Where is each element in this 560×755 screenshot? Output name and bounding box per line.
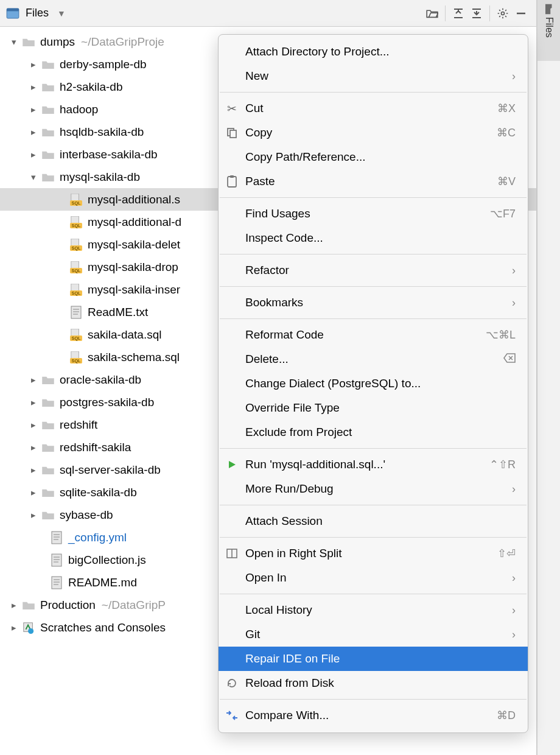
svg-rect-46 <box>230 175 234 178</box>
mi-compare-with[interactable]: Compare With...⌘D <box>219 703 528 728</box>
chevron-right-icon[interactable]: ▸ <box>28 374 39 385</box>
gear-icon[interactable] <box>494 4 512 23</box>
mi-local-history[interactable]: Local History› <box>219 598 528 622</box>
shortcut: ⌘V <box>497 175 516 188</box>
chevron-right-icon[interactable]: ▸ <box>28 59 39 70</box>
mi-git[interactable]: Git› <box>219 622 528 647</box>
label: Delete... <box>245 353 503 366</box>
label: Production <box>40 599 96 612</box>
mi-new[interactable]: New› <box>219 64 528 88</box>
chevron-right-icon[interactable]: ▸ <box>28 127 39 138</box>
right-side-panel: Files <box>537 0 560 755</box>
chevron-right-icon[interactable]: ▸ <box>28 104 39 115</box>
submenu-icon: › <box>512 604 516 617</box>
label: redshift <box>60 418 97 432</box>
label: Override File Type <box>245 401 516 415</box>
chevron-down-icon[interactable]: ▾ <box>9 37 19 47</box>
label: Paste <box>245 175 497 188</box>
shortcut: ⇧⏎ <box>497 547 516 560</box>
path-hint: ~/DataGripProje <box>81 35 164 49</box>
mi-copy[interactable]: Copy⌘C <box>219 121 528 145</box>
chevron-right-icon[interactable]: ▸ <box>28 465 39 476</box>
label: Copy Path/Reference... <box>245 150 516 164</box>
scratch-icon <box>21 622 37 634</box>
chevron-right-icon[interactable]: ▸ <box>28 397 39 408</box>
folder-icon <box>40 443 56 452</box>
minimize-icon[interactable] <box>512 4 530 23</box>
mi-copy-path[interactable]: Copy Path/Reference... <box>219 145 528 169</box>
mi-refactor[interactable]: Refactor› <box>219 258 528 283</box>
folder-icon <box>40 420 56 430</box>
label: mysql-additional.s <box>88 193 180 206</box>
chevron-right-icon[interactable]: ▸ <box>28 510 39 521</box>
separator <box>220 699 527 700</box>
folder-icon <box>40 150 56 160</box>
svg-rect-29 <box>52 532 61 544</box>
mi-reload-disk[interactable]: Reload from Disk <box>219 671 528 695</box>
mi-exclude[interactable]: Exclude from Project <box>219 420 528 444</box>
label: Repair IDE on File <box>245 652 516 665</box>
svg-rect-33 <box>52 554 61 566</box>
chevron-right-icon[interactable]: ▸ <box>28 149 39 160</box>
label: dumps <box>40 35 75 49</box>
folder-icon <box>21 600 37 610</box>
mi-attach-session[interactable]: Attach Session <box>219 509 528 533</box>
mi-find-usages[interactable]: Find Usages⌥F7 <box>219 202 528 226</box>
mi-cut[interactable]: ✂Cut⌘X <box>219 96 528 121</box>
label: More Run/Debug <box>245 482 512 496</box>
label: hsqldb-sakila-db <box>60 125 144 139</box>
svg-text:SQL: SQL <box>72 268 81 273</box>
clipboard-icon <box>219 175 245 188</box>
chevron-right-icon[interactable]: ▸ <box>28 82 39 93</box>
submenu-icon: › <box>512 572 516 585</box>
dropdown-icon[interactable]: ▼ <box>55 9 66 18</box>
mi-run[interactable]: Run 'mysql-additional.sql...'⌃⇧R <box>219 452 528 477</box>
mi-bookmarks[interactable]: Bookmarks› <box>219 290 528 315</box>
folder-icon <box>40 105 56 114</box>
svg-text:SQL: SQL <box>72 200 81 206</box>
mi-repair-ide[interactable]: Repair IDE on File <box>219 647 528 671</box>
separator <box>220 92 527 93</box>
split-right-icon <box>219 549 245 558</box>
chevron-right-icon[interactable]: ▸ <box>9 622 19 633</box>
collapse-all-icon[interactable] <box>467 4 486 23</box>
scissors-icon: ✂ <box>219 102 245 116</box>
label: Cut <box>245 102 497 115</box>
svg-text:SQL: SQL <box>72 335 81 341</box>
label: Files <box>544 17 555 38</box>
chevron-right-icon[interactable]: ▸ <box>28 420 39 430</box>
chevron-right-icon[interactable]: ▸ <box>28 487 39 498</box>
label: redshift-sakila <box>60 441 131 454</box>
expand-all-icon[interactable] <box>449 4 467 23</box>
shortcut: ⌥⌘L <box>486 328 516 342</box>
mi-reformat[interactable]: Reformat Code⌥⌘L <box>219 323 528 347</box>
label: Git <box>245 628 512 641</box>
submenu-icon: › <box>512 264 516 277</box>
mi-open-split[interactable]: Open in Right Split⇧⏎ <box>219 541 528 566</box>
label: Scratches and Consoles <box>40 621 166 634</box>
mi-change-dialect[interactable]: Change Dialect (PostgreSQL) to... <box>219 371 528 396</box>
open-folder-icon[interactable] <box>423 4 441 23</box>
label: interbase-sakila-db <box>60 148 158 161</box>
chevron-right-icon[interactable]: ▸ <box>9 600 19 611</box>
svg-text:SQL: SQL <box>72 223 81 228</box>
mi-open-in[interactable]: Open In› <box>219 566 528 590</box>
label: h2-sakila-db <box>60 80 123 94</box>
mi-override[interactable]: Override File Type <box>219 396 528 420</box>
mi-more-run[interactable]: More Run/Debug› <box>219 477 528 501</box>
submenu-icon: › <box>512 70 516 83</box>
label: sakila-schema.sql <box>88 351 180 364</box>
chevron-down-icon[interactable]: ▾ <box>28 172 39 183</box>
mi-inspect[interactable]: Inspect Code... <box>219 226 528 250</box>
shortcut: ⌃⇧R <box>489 458 516 471</box>
mi-delete[interactable]: Delete... <box>219 347 528 371</box>
mi-attach-directory[interactable]: Attach Directory to Project... <box>219 40 528 64</box>
path-hint: ~/DataGripP <box>102 599 166 612</box>
label: sakila-data.sql <box>88 328 161 342</box>
files-side-tab[interactable]: Files <box>537 0 560 61</box>
mi-paste[interactable]: Paste⌘V <box>219 169 528 194</box>
reload-icon <box>219 678 245 689</box>
chevron-right-icon[interactable]: ▸ <box>28 442 39 453</box>
toolbar-title[interactable]: Files <box>26 7 49 19</box>
delete-key-icon <box>503 353 516 366</box>
